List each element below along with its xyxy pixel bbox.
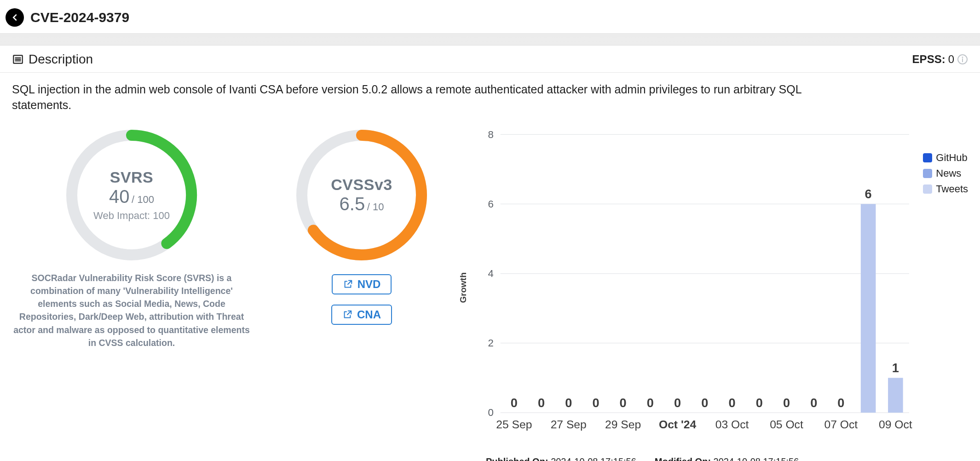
svg-text:0: 0 <box>674 395 681 409</box>
svg-text:0: 0 <box>620 395 627 409</box>
svg-text:0: 0 <box>511 395 518 409</box>
svg-text:1: 1 <box>892 360 899 375</box>
modified-value: 2024-10-08 17:15:56 <box>714 456 799 461</box>
svg-text:4: 4 <box>488 267 494 279</box>
svg-text:27 Sep: 27 Sep <box>551 418 587 431</box>
svrs-value: 40 <box>109 186 130 207</box>
chart-ylabel: Growth <box>458 272 468 303</box>
info-icon[interactable] <box>957 54 968 65</box>
page-header: CVE-2024-9379 <box>0 0 980 34</box>
svg-text:07 Oct: 07 Oct <box>824 418 858 431</box>
svrs-gauge: SVRS 40 / 100 Web Impact: 100 <box>63 126 201 264</box>
publish-modify-dates: Published On: 2024-10-08 17:15:56 Modifi… <box>486 456 968 461</box>
list-icon <box>12 53 24 65</box>
epss-score: EPSS: 0 <box>912 53 968 66</box>
published-label: Published On: <box>486 456 548 461</box>
svg-text:0: 0 <box>810 395 817 409</box>
nvd-label: NVD <box>357 278 381 291</box>
separator-bar <box>0 34 980 46</box>
svg-text:0: 0 <box>538 395 545 409</box>
svg-rect-39 <box>861 204 876 412</box>
section-title-text: Description <box>29 52 93 67</box>
cvss-block: CVSSv3 6.5 / 10 NVD CNA <box>293 126 431 461</box>
chart-column: Growth 02468025 Sep0027 Sep0029 Sep00Oct… <box>458 126 968 461</box>
svrs-max: / 100 <box>132 194 154 205</box>
legend-swatch <box>923 169 932 178</box>
svg-point-5 <box>962 57 963 58</box>
section-header: Description EPSS: 0 <box>0 46 980 73</box>
cvss-max: / 10 <box>367 201 384 213</box>
legend-swatch <box>923 153 932 162</box>
svg-text:0: 0 <box>837 395 844 409</box>
legend-label: GitHub <box>936 152 967 164</box>
svg-text:0: 0 <box>728 395 735 409</box>
bar-chart: 02468025 Sep0027 Sep0029 Sep00Oct '24000… <box>472 129 915 447</box>
external-link-icon <box>343 279 353 289</box>
svg-text:29 Sep: 29 Sep <box>605 418 641 431</box>
metrics-row: SVRS 40 / 100 Web Impact: 100 SOCRadar V… <box>12 126 968 461</box>
svg-text:0: 0 <box>647 395 654 409</box>
legend-item[interactable]: Tweets <box>923 183 968 195</box>
svg-text:09 Oct: 09 Oct <box>879 418 912 431</box>
legend-label: News <box>936 167 961 179</box>
svg-text:05 Oct: 05 Oct <box>770 418 803 431</box>
svg-text:0: 0 <box>783 395 790 409</box>
gauges-column: SVRS 40 / 100 Web Impact: 100 SOCRadar V… <box>12 126 431 461</box>
chart-legend: GitHubNewsTweets <box>915 129 968 447</box>
epss-value: 0 <box>948 53 954 66</box>
cvss-center: CVSSv3 6.5 / 10 <box>293 126 431 264</box>
growth-chart: Growth 02468025 Sep0027 Sep0029 Sep00Oct… <box>458 129 968 447</box>
svrs-name: SVRS <box>110 168 154 186</box>
svrs-sub: Web Impact: 100 <box>93 210 170 222</box>
svg-text:0: 0 <box>565 395 572 409</box>
cve-id-title: CVE-2024-9379 <box>30 10 129 25</box>
svg-text:0: 0 <box>592 395 599 409</box>
svg-text:0: 0 <box>701 395 708 409</box>
svg-text:03 Oct: 03 Oct <box>715 418 749 431</box>
svrs-center: SVRS 40 / 100 Web Impact: 100 <box>63 126 201 264</box>
link-buttons: NVD CNA <box>331 274 392 325</box>
legend-item[interactable]: GitHub <box>923 152 968 164</box>
legend-swatch <box>923 184 932 194</box>
svg-text:8: 8 <box>488 129 494 140</box>
svg-text:0: 0 <box>488 407 494 418</box>
section-title: Description <box>12 52 93 67</box>
cvss-value: 6.5 <box>340 194 365 214</box>
nvd-link[interactable]: NVD <box>332 274 392 294</box>
content-area: SQL injection in the admin web console o… <box>0 73 980 461</box>
epss-label: EPSS: <box>912 53 945 66</box>
svg-text:0: 0 <box>756 395 763 409</box>
published-value: 2024-10-08 17:15:56 <box>551 456 636 461</box>
external-link-icon <box>342 310 352 320</box>
svg-text:6: 6 <box>865 187 872 201</box>
legend-label: Tweets <box>936 183 968 195</box>
svg-text:2: 2 <box>488 337 494 349</box>
modified-label: Modified On: <box>655 456 711 461</box>
svg-text:6: 6 <box>488 198 494 209</box>
cvss-name: CVSSv3 <box>331 176 392 194</box>
svrs-note: SOCRadar Vulnerability Risk Score (SVRS)… <box>12 271 251 350</box>
svg-rect-41 <box>888 378 903 413</box>
svg-text:Oct '24: Oct '24 <box>659 418 697 431</box>
cna-link[interactable]: CNA <box>331 305 392 325</box>
cvss-gauge: CVSSv3 6.5 / 10 <box>293 126 431 264</box>
svg-rect-6 <box>962 58 963 62</box>
legend-item[interactable]: News <box>923 167 968 179</box>
description-text: SQL injection in the admin web console o… <box>12 82 803 113</box>
back-button[interactable] <box>6 8 24 27</box>
arrow-left-icon <box>10 12 20 23</box>
cna-label: CNA <box>357 308 381 321</box>
svg-text:25 Sep: 25 Sep <box>496 418 532 431</box>
svrs-block: SVRS 40 / 100 Web Impact: 100 SOCRadar V… <box>12 126 251 461</box>
